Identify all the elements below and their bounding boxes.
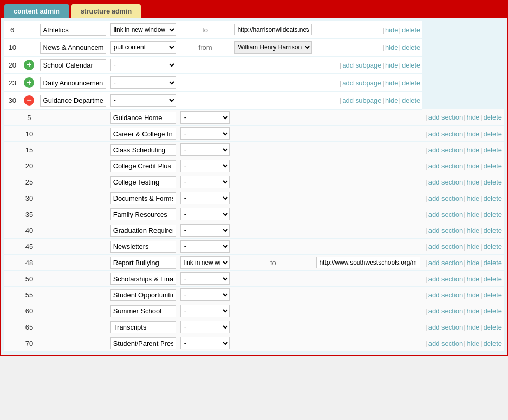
hide-link[interactable]: hide bbox=[467, 243, 480, 251]
add-subpage-link[interactable]: add subpage bbox=[342, 97, 381, 104]
delete-link[interactable]: delete bbox=[402, 44, 420, 51]
delete-link[interactable]: delete bbox=[484, 291, 502, 299]
page-type-dropdown[interactable]: -link in new windowpull contentembedredi… bbox=[180, 127, 230, 140]
hide-link[interactable]: hide bbox=[467, 130, 480, 138]
hide-link[interactable]: hide bbox=[385, 44, 398, 51]
add-section-link[interactable]: add section bbox=[428, 323, 463, 331]
page-type-dropdown[interactable]: -link in new windowpull contentembedredi… bbox=[180, 143, 230, 156]
delete-link[interactable]: delete bbox=[484, 243, 502, 251]
page-name-input[interactable] bbox=[110, 321, 176, 333]
delete-link[interactable]: delete bbox=[402, 97, 420, 104]
source-school-dropdown[interactable]: William Henry Harrison High Schoo bbox=[234, 41, 312, 54]
add-subpage-link[interactable]: add subpage bbox=[342, 79, 381, 87]
page-type-dropdown[interactable]: -link in new windowpull contentembedredi… bbox=[110, 76, 176, 89]
delete-link[interactable]: delete bbox=[402, 26, 420, 34]
page-type-dropdown[interactable]: -link in new windowpull contentembedredi… bbox=[180, 160, 230, 172]
page-name-input[interactable] bbox=[110, 257, 176, 269]
page-name-input[interactable] bbox=[110, 241, 176, 253]
delete-link[interactable]: delete bbox=[484, 130, 502, 138]
delete-link[interactable]: delete bbox=[484, 307, 502, 315]
add-section-link[interactable]: add section bbox=[428, 259, 463, 267]
page-name-input[interactable] bbox=[110, 112, 176, 124]
page-name-input[interactable] bbox=[110, 176, 176, 188]
add-section-link[interactable]: add section bbox=[428, 162, 463, 170]
delete-link[interactable]: delete bbox=[484, 162, 502, 170]
page-type-dropdown[interactable]: -link in new windowpull contentembedredi… bbox=[180, 240, 230, 253]
hide-link[interactable]: hide bbox=[467, 227, 480, 234]
delete-link[interactable]: delete bbox=[484, 259, 502, 267]
hide-link[interactable]: hide bbox=[467, 113, 480, 121]
delete-link[interactable]: delete bbox=[484, 275, 502, 283]
url-input[interactable] bbox=[234, 24, 312, 35]
page-type-dropdown[interactable]: -link in new windowpull contentembedredi… bbox=[180, 192, 230, 204]
page-type-dropdown[interactable]: -link in new windowpull contentembedredi… bbox=[180, 176, 230, 188]
add-section-link[interactable]: add section bbox=[428, 178, 463, 186]
page-type-dropdown[interactable]: -link in new windowpull contentembedredi… bbox=[180, 224, 230, 237]
delete-link[interactable]: delete bbox=[484, 339, 502, 347]
delete-link[interactable]: delete bbox=[484, 211, 502, 218]
delete-link[interactable]: delete bbox=[484, 113, 502, 121]
hide-link[interactable]: hide bbox=[467, 259, 480, 267]
add-section-link[interactable]: add section bbox=[428, 194, 463, 202]
hide-link[interactable]: hide bbox=[467, 323, 480, 331]
page-name-input[interactable] bbox=[110, 128, 176, 140]
page-name-input[interactable] bbox=[40, 95, 106, 107]
delete-link[interactable]: delete bbox=[402, 79, 420, 87]
add-section-link[interactable]: add section bbox=[428, 146, 463, 154]
hide-link[interactable]: hide bbox=[467, 275, 480, 283]
page-name-input[interactable] bbox=[110, 289, 176, 301]
add-section-link[interactable]: add section bbox=[428, 291, 463, 299]
add-section-link[interactable]: add section bbox=[428, 307, 463, 315]
add-section-link[interactable]: add section bbox=[428, 243, 463, 251]
page-name-input[interactable] bbox=[40, 77, 106, 89]
add-section-link[interactable]: add section bbox=[428, 275, 463, 283]
hide-link[interactable]: hide bbox=[467, 146, 480, 154]
add-section-link[interactable]: add section bbox=[428, 227, 463, 234]
expand-icon[interactable]: + bbox=[24, 60, 34, 70]
hide-link[interactable]: hide bbox=[467, 211, 480, 218]
page-type-dropdown[interactable]: -link in new windowpull contentembedredi… bbox=[180, 272, 230, 285]
expand-icon[interactable]: + bbox=[24, 77, 34, 88]
url-input[interactable] bbox=[316, 257, 420, 268]
collapse-icon[interactable]: − bbox=[24, 95, 34, 106]
hide-link[interactable]: hide bbox=[385, 61, 398, 69]
hide-link[interactable]: hide bbox=[467, 194, 480, 202]
page-type-dropdown[interactable]: -link in new windowpull contentembedredi… bbox=[180, 337, 230, 349]
page-type-dropdown[interactable]: -link in new windowpull contentembedredi… bbox=[180, 111, 230, 124]
delete-link[interactable]: delete bbox=[402, 61, 420, 69]
hide-link[interactable]: hide bbox=[467, 291, 480, 299]
page-name-input[interactable] bbox=[110, 273, 176, 285]
page-type-dropdown[interactable]: -link in new windowpull contentembedredi… bbox=[180, 321, 230, 333]
page-name-input[interactable] bbox=[40, 42, 106, 54]
page-type-dropdown[interactable]: -link in new windowpull contentembedredi… bbox=[110, 23, 176, 36]
page-name-input[interactable] bbox=[110, 160, 176, 172]
delete-link[interactable]: delete bbox=[484, 227, 502, 234]
page-type-dropdown[interactable]: -link in new windowpull contentembedredi… bbox=[180, 208, 230, 220]
hide-link[interactable]: hide bbox=[385, 97, 398, 104]
delete-link[interactable]: delete bbox=[484, 146, 502, 154]
add-section-link[interactable]: add section bbox=[428, 211, 463, 218]
page-type-dropdown[interactable]: -link in new windowpull contentembedredi… bbox=[180, 288, 230, 301]
hide-link[interactable]: hide bbox=[467, 178, 480, 186]
hide-link[interactable]: hide bbox=[467, 339, 480, 347]
tab-content-admin[interactable]: content admin bbox=[4, 4, 69, 18]
page-type-dropdown[interactable]: -link in new windowpull contentembedredi… bbox=[110, 41, 176, 54]
hide-link[interactable]: hide bbox=[385, 26, 398, 34]
page-name-input[interactable] bbox=[40, 59, 106, 71]
hide-link[interactable]: hide bbox=[385, 79, 398, 87]
page-name-input[interactable] bbox=[110, 305, 176, 317]
delete-link[interactable]: delete bbox=[484, 178, 502, 186]
page-type-dropdown[interactable]: -link in new windowpull contentembedredi… bbox=[110, 94, 176, 107]
page-name-input[interactable] bbox=[110, 337, 176, 349]
add-section-link[interactable]: add section bbox=[428, 113, 463, 121]
hide-link[interactable]: hide bbox=[467, 307, 480, 315]
page-name-input[interactable] bbox=[40, 24, 106, 36]
page-name-input[interactable] bbox=[110, 225, 176, 237]
add-subpage-link[interactable]: add subpage bbox=[342, 61, 381, 69]
add-section-link[interactable]: add section bbox=[428, 130, 463, 138]
hide-link[interactable]: hide bbox=[467, 162, 480, 170]
page-type-dropdown[interactable]: -link in new windowpull contentembedredi… bbox=[180, 305, 230, 317]
page-name-input[interactable] bbox=[110, 192, 176, 204]
page-name-input[interactable] bbox=[110, 208, 176, 220]
page-type-dropdown[interactable]: -link in new windowpull contentembedredi… bbox=[180, 256, 230, 269]
